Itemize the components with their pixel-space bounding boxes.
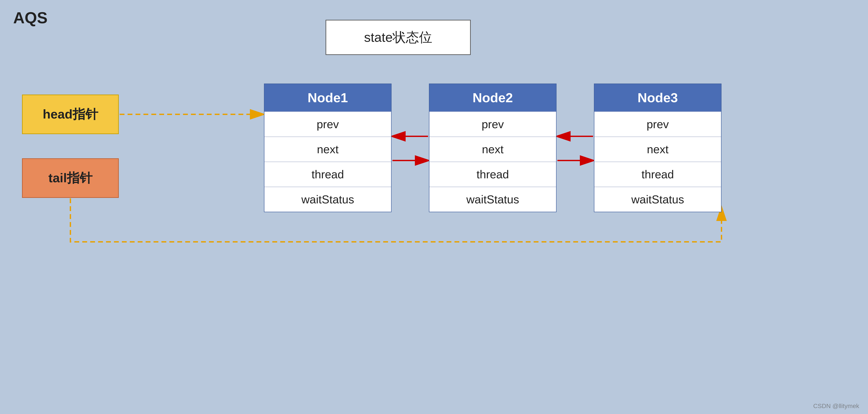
node-1-row-waitStatus: waitStatus: [265, 187, 391, 212]
node-3: Node3prevnextthreadwaitStatus: [594, 84, 721, 212]
node-1-row-thread: thread: [265, 162, 391, 187]
head-pointer-box: head指针: [22, 95, 119, 134]
node-1: Node1prevnextthreadwaitStatus: [264, 84, 392, 212]
node-1-row-prev: prev: [265, 112, 391, 136]
tail-pointer-box: tail指针: [22, 158, 119, 198]
node-header-2: Node2: [429, 84, 556, 112]
node-2: Node2prevnextthreadwaitStatus: [429, 84, 557, 212]
node-2-row-thread: thread: [429, 162, 556, 187]
node-3-row-thread: thread: [594, 162, 721, 187]
head-label: head指针: [43, 106, 98, 123]
node-2-row-next: next: [429, 136, 556, 162]
node-2-row-waitStatus: waitStatus: [429, 187, 556, 212]
node-3-row-next: next: [594, 136, 721, 162]
watermark: CSDN @llitymek: [813, 403, 859, 410]
node-3-row-waitStatus: waitStatus: [594, 187, 721, 212]
node-1-row-next: next: [265, 136, 391, 162]
node-header-3: Node3: [594, 84, 721, 112]
tail-label: tail指针: [49, 169, 92, 187]
node-2-row-prev: prev: [429, 112, 556, 136]
state-label: state状态位: [364, 29, 432, 46]
node-header-1: Node1: [265, 84, 391, 112]
node-3-row-prev: prev: [594, 112, 721, 136]
state-box: state状态位: [326, 20, 471, 55]
page-title: AQS: [13, 9, 48, 27]
